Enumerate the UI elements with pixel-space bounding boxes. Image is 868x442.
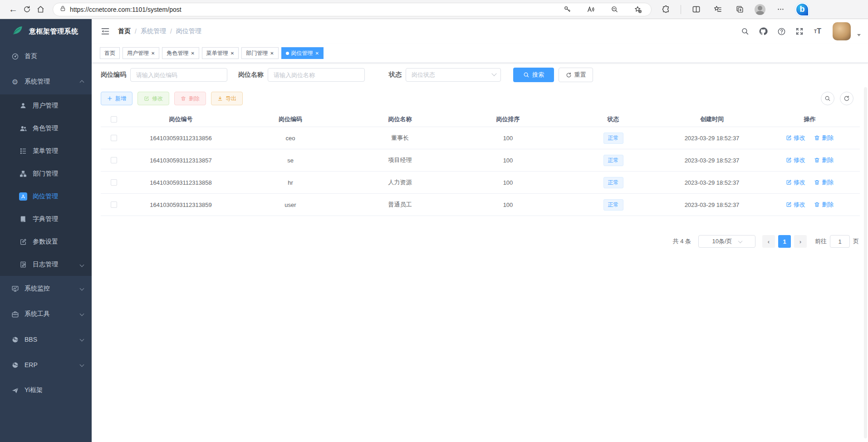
favorites-bar-icon[interactable] (711, 3, 725, 16)
goto-page-input[interactable] (830, 235, 850, 248)
breadcrumb-separator: / (170, 28, 172, 35)
avatar[interactable] (833, 22, 851, 40)
close-icon[interactable]: ✕ (230, 51, 234, 56)
sidebar-item-role-mgmt[interactable]: 角色管理 (0, 117, 92, 140)
url-text[interactable]: https://ccnetcore.com:1101/system/post (70, 6, 181, 13)
tab-menu-mgmt[interactable]: 菜单管理✕ (202, 47, 239, 59)
chevron-down-icon (80, 337, 84, 342)
next-page-button[interactable]: › (794, 235, 807, 248)
post-name-input[interactable] (268, 68, 365, 82)
font-size-icon[interactable]: TT (812, 25, 824, 37)
sidebar-item-label: 日志管理 (33, 260, 58, 269)
status-badge: 正常 (603, 133, 623, 144)
fullscreen-icon[interactable] (794, 25, 805, 37)
collections-icon[interactable] (733, 3, 746, 16)
row-edit-link[interactable]: 修改 (786, 201, 805, 209)
help-icon[interactable] (775, 25, 787, 37)
cell-post-sort: 100 (454, 157, 562, 164)
tab-dept-mgmt[interactable]: 部门管理✕ (241, 47, 278, 59)
row-delete-link[interactable]: 删除 (814, 156, 834, 164)
row-checkbox[interactable] (111, 135, 117, 141)
tab-user-mgmt[interactable]: 用户管理✕ (123, 47, 159, 59)
address-bar[interactable]: https://ccnetcore.com:1101/system/post (53, 3, 652, 16)
avatar-caret-icon[interactable] (857, 34, 861, 36)
lock-icon[interactable] (59, 5, 66, 14)
page-number-button[interactable]: 1 (778, 235, 791, 248)
row-edit-link[interactable]: 修改 (786, 134, 805, 142)
browser-home-icon[interactable] (34, 3, 47, 16)
col-status: 状态 (562, 115, 664, 123)
password-key-icon[interactable] (560, 3, 574, 16)
sidebar-item-param-settings[interactable]: 参数设置 (0, 231, 92, 253)
row-delete-link[interactable]: 删除 (814, 134, 834, 142)
app-logo[interactable]: 意框架管理系统 (0, 19, 92, 44)
split-screen-icon[interactable] (689, 3, 703, 16)
cell-post-id: 1641030593112313859 (127, 201, 235, 208)
cell-post-code: user (235, 201, 346, 208)
search-button[interactable]: 搜索 (513, 68, 554, 82)
close-icon[interactable]: ✕ (315, 51, 319, 56)
cell-post-sort: 100 (454, 201, 562, 208)
read-aloud-icon[interactable] (584, 3, 598, 16)
sidebar-item-system-monitor[interactable]: 系统监控 (0, 276, 92, 301)
row-checkbox[interactable] (111, 201, 117, 208)
tab-post-mgmt[interactable]: 岗位管理✕ (281, 47, 324, 59)
sidebar-item-system-mgmt[interactable]: ⚙ 系统管理 (0, 69, 92, 94)
row-edit-link[interactable]: 修改 (786, 178, 805, 187)
edit-button[interactable]: 修改 (137, 92, 169, 105)
export-button[interactable]: 导出 (211, 92, 243, 105)
browser-profile-avatar[interactable] (755, 4, 765, 15)
row-delete-link[interactable]: 删除 (814, 201, 834, 209)
sidebar-item-user-mgmt[interactable]: 用户管理 (0, 94, 92, 117)
page-unit-label: 页 (853, 237, 859, 246)
chevron-down-icon (738, 239, 742, 243)
post-table: 岗位编号 岗位编码 岗位名称 岗位排序 状态 创建时间 操作 164103059… (101, 112, 860, 216)
sidebar-item-label: 字典管理 (33, 215, 58, 223)
bing-chat-icon[interactable]: b (795, 3, 809, 16)
breadcrumb-home[interactable]: 首页 (118, 27, 131, 35)
status-select[interactable]: 岗位状态 (406, 68, 501, 82)
sidebar-item-menu-mgmt[interactable]: 菜单管理 (0, 140, 92, 162)
sidebar-item-dept-mgmt[interactable]: 部门管理 (0, 162, 92, 185)
delete-button[interactable]: 删除 (174, 92, 206, 105)
sidebar-fold-icon[interactable] (99, 25, 112, 38)
close-icon[interactable]: ✕ (270, 51, 274, 56)
row-checkbox[interactable] (111, 157, 117, 163)
sidebar-item-label: 菜单管理 (33, 147, 58, 155)
row-edit-link[interactable]: 修改 (786, 156, 805, 164)
sidebar-item-log-mgmt[interactable]: 日志管理 (0, 253, 92, 276)
chevron-down-icon (80, 263, 84, 267)
refresh-table-icon[interactable] (840, 92, 853, 105)
search-icon[interactable] (739, 25, 751, 37)
sidebar-item-yi-framework[interactable]: Yi框架 (0, 378, 92, 403)
sidebar-item-home[interactable]: 首页 (0, 44, 92, 69)
zoom-out-icon[interactable] (608, 3, 621, 16)
favorites-add-icon[interactable] (631, 3, 645, 16)
select-all-checkbox[interactable] (111, 116, 117, 123)
row-checkbox[interactable] (111, 179, 117, 186)
org-tree-icon (19, 170, 27, 178)
extensions-icon[interactable] (659, 3, 672, 16)
sidebar-item-erp[interactable]: ERP (0, 352, 92, 378)
prev-page-button[interactable]: ‹ (762, 235, 775, 248)
breadcrumb-system[interactable]: 系统管理 (141, 27, 166, 35)
close-icon[interactable]: ✕ (151, 51, 155, 56)
post-code-input[interactable] (130, 68, 227, 82)
show-search-toggle-icon[interactable] (821, 92, 834, 105)
close-icon[interactable]: ✕ (191, 51, 194, 56)
sidebar-item-system-tools[interactable]: 系统工具 (0, 301, 92, 327)
github-icon[interactable] (757, 25, 769, 37)
browser-menu-dots-icon[interactable] (774, 3, 787, 16)
browser-refresh-icon[interactable] (20, 3, 34, 16)
tab-home[interactable]: 首页 (100, 47, 120, 59)
tab-role-mgmt[interactable]: 角色管理✕ (162, 47, 199, 59)
sidebar-item-dict-mgmt[interactable]: 字典管理 (0, 208, 92, 231)
browser-back-icon[interactable]: ← (6, 3, 20, 16)
sidebar-item-post-mgmt[interactable]: 岗位管理 (0, 185, 92, 208)
add-button[interactable]: 新增 (101, 92, 132, 105)
scrollbar[interactable] (864, 87, 867, 438)
page-size-select[interactable]: 10条/页 (698, 235, 755, 248)
reset-button[interactable]: 重置 (559, 68, 593, 82)
sidebar-item-bbs[interactable]: BBS (0, 327, 92, 352)
row-delete-link[interactable]: 删除 (814, 178, 834, 187)
